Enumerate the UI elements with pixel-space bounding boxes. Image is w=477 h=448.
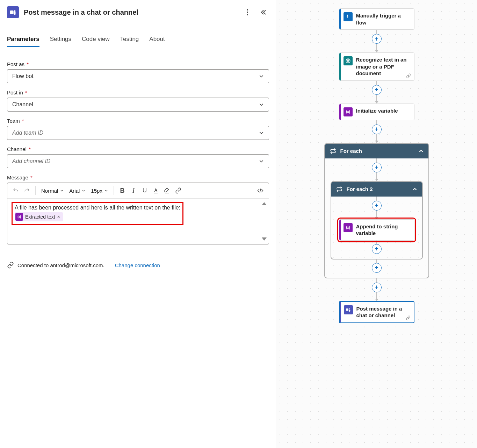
chevron-down-icon bbox=[259, 159, 264, 164]
card-initialize-variable[interactable]: Initialize variable bbox=[339, 104, 414, 120]
add-action-button[interactable]: + bbox=[372, 244, 382, 254]
highlight-button[interactable] bbox=[162, 185, 172, 196]
font-size-select[interactable]: 15px bbox=[89, 185, 110, 196]
variable-icon bbox=[15, 213, 23, 221]
card-manual-trigger[interactable]: Manually trigger a flow bbox=[339, 8, 414, 30]
editor-toolbar: Normal Arial 15px B I U bbox=[7, 183, 269, 199]
foreach2-title: For each 2 bbox=[347, 186, 373, 192]
card-title: Recognize text in an image or a PDF docu… bbox=[356, 56, 410, 77]
bold-button[interactable]: B bbox=[117, 185, 127, 196]
select-post-in-value: Channel bbox=[12, 101, 33, 108]
action-title: Post message in a chat or channel bbox=[24, 8, 237, 16]
card-title: Post message in a chat or channel bbox=[356, 305, 410, 319]
add-action-button[interactable]: + bbox=[372, 263, 382, 273]
link-button[interactable] bbox=[173, 185, 183, 196]
change-connection-link[interactable]: Change connection bbox=[115, 262, 160, 268]
field-post-as: Post as * Flow bot bbox=[7, 61, 269, 83]
field-message: Message * Normal Arial 15px B I U bbox=[7, 175, 269, 244]
card-title: Manually trigger a flow bbox=[356, 12, 410, 26]
foreach-title: For each bbox=[340, 148, 362, 154]
select-channel-placeholder: Add channel ID bbox=[12, 158, 50, 164]
select-team[interactable]: Add team ID bbox=[7, 126, 269, 140]
token-label: Extracted text bbox=[25, 214, 55, 220]
add-action-button[interactable]: + bbox=[372, 163, 382, 172]
variable-icon bbox=[344, 223, 353, 232]
select-post-in[interactable]: Channel bbox=[7, 98, 269, 112]
style-select[interactable]: Normal bbox=[39, 185, 66, 196]
editor-text-line: A file has been processed and here is al… bbox=[15, 205, 180, 211]
foreach-container: For each + For each 2 + bbox=[324, 143, 429, 278]
svg-rect-8 bbox=[346, 308, 348, 311]
collapse-panel-button[interactable] bbox=[258, 7, 269, 18]
svg-point-9 bbox=[349, 308, 350, 309]
connection-row: Connected to antrod@microsoft.com. Chang… bbox=[7, 262, 269, 269]
font-color-button[interactable] bbox=[151, 185, 161, 196]
tab-about[interactable]: About bbox=[149, 36, 165, 47]
card-post-message[interactable]: Post message in a chat or channel bbox=[339, 301, 414, 323]
chevron-up-icon[interactable] bbox=[419, 149, 424, 154]
more-menu-button[interactable] bbox=[242, 7, 253, 18]
add-action-button[interactable]: + bbox=[372, 125, 382, 134]
divider bbox=[7, 255, 269, 255]
svg-point-3 bbox=[247, 12, 248, 13]
chevron-down-icon bbox=[259, 130, 264, 135]
scroll-up-icon[interactable] bbox=[262, 202, 267, 205]
tab-code-view[interactable]: Code view bbox=[82, 36, 109, 47]
svg-point-1 bbox=[14, 10, 16, 12]
field-team: Team * Add team ID bbox=[7, 118, 269, 140]
label-post-as: Post as * bbox=[7, 61, 269, 67]
foreach-header[interactable]: For each bbox=[325, 144, 428, 158]
card-append-string[interactable]: Append to string variable bbox=[339, 219, 414, 241]
label-post-in: Post in * bbox=[7, 90, 269, 95]
add-action-button[interactable]: + bbox=[372, 34, 382, 44]
foreach2-header[interactable]: For each 2 bbox=[331, 182, 422, 197]
add-action-button[interactable]: + bbox=[372, 283, 382, 292]
tab-settings[interactable]: Settings bbox=[50, 36, 71, 47]
flow-canvas[interactable]: Manually trigger a flow + Recognize text… bbox=[276, 0, 477, 448]
tab-parameters[interactable]: Parameters bbox=[7, 36, 39, 47]
variable-icon bbox=[344, 107, 353, 116]
token-remove-button[interactable]: × bbox=[57, 214, 60, 220]
add-action-button[interactable]: + bbox=[372, 85, 382, 95]
link-icon bbox=[7, 262, 14, 269]
chevron-down-icon bbox=[259, 74, 264, 79]
rich-text-editor: Normal Arial 15px B I U A file has been … bbox=[7, 183, 269, 244]
undo-button[interactable] bbox=[11, 185, 21, 196]
select-channel[interactable]: Add channel ID bbox=[7, 154, 269, 168]
code-view-toggle[interactable] bbox=[255, 185, 265, 196]
connection-badge-icon bbox=[406, 73, 411, 78]
card-title: Append to string variable bbox=[356, 223, 410, 237]
svg-point-4 bbox=[247, 14, 248, 15]
foreach2-container: For each 2 + Append to string variable bbox=[331, 181, 423, 259]
label-message: Message * bbox=[7, 175, 269, 180]
underline-button[interactable]: U bbox=[140, 185, 150, 196]
label-channel: Channel * bbox=[7, 146, 269, 152]
card-recognize-text[interactable]: Recognize text in an image or a PDF docu… bbox=[339, 52, 414, 81]
action-header: Post message in a chat or channel bbox=[7, 6, 269, 18]
loop-icon bbox=[330, 148, 336, 154]
dynamic-content-token[interactable]: Extracted text × bbox=[15, 212, 63, 221]
action-config-panel: Post message in a chat or channel Parame… bbox=[0, 0, 276, 448]
teams-icon bbox=[7, 6, 19, 18]
redo-button[interactable] bbox=[22, 185, 32, 196]
select-team-placeholder: Add team ID bbox=[12, 130, 43, 136]
scroll-down-icon[interactable] bbox=[262, 237, 267, 241]
connection-badge-icon bbox=[405, 315, 411, 320]
italic-button[interactable]: I bbox=[129, 185, 138, 196]
chevron-up-icon[interactable] bbox=[412, 187, 417, 192]
ai-builder-icon bbox=[344, 56, 353, 65]
add-action-button[interactable]: + bbox=[372, 201, 382, 211]
loop-icon bbox=[336, 186, 342, 192]
label-team: Team * bbox=[7, 118, 269, 124]
field-channel: Channel * Add channel ID bbox=[7, 146, 269, 168]
tab-testing[interactable]: Testing bbox=[120, 36, 139, 47]
tab-bar: Parameters Settings Code view Testing Ab… bbox=[7, 36, 269, 47]
editor-highlight-annotation: A file has been processed and here is al… bbox=[12, 202, 183, 225]
card-title: Initialize variable bbox=[356, 107, 398, 114]
editor-body[interactable]: A file has been processed and here is al… bbox=[7, 199, 269, 244]
field-post-in: Post in * Channel bbox=[7, 90, 269, 112]
svg-rect-0 bbox=[10, 10, 14, 14]
font-select[interactable]: Arial bbox=[67, 185, 87, 196]
connection-text: Connected to antrod@microsoft.com. bbox=[17, 262, 104, 268]
select-post-as[interactable]: Flow bot bbox=[7, 69, 269, 83]
